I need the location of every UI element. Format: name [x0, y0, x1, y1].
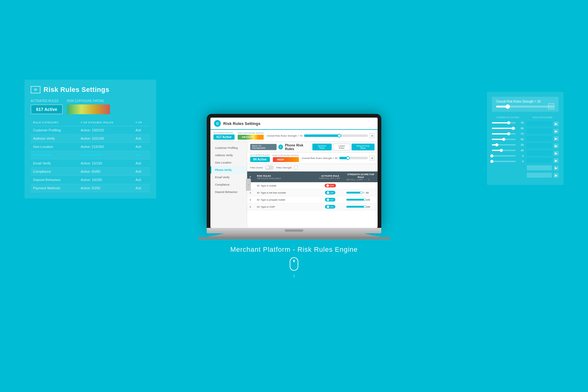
right-slider-track[interactable]	[492, 128, 516, 129]
col-risk-rules: RISK RULES 280 RULES AVAILABLE	[254, 172, 316, 182]
main-strength-track	[304, 134, 368, 137]
filter-active-toggle[interactable]	[265, 165, 274, 170]
sidebar-item-compliance[interactable]: Compliance	[210, 181, 247, 188]
score-slider[interactable]	[346, 199, 365, 201]
bg-row-category: Phone Verify	[31, 151, 78, 159]
laptop-notch	[285, 229, 303, 232]
right-exposure-bar	[527, 158, 552, 163]
sidebar-item-customer-profiling[interactable]: Customer Profiling	[210, 144, 247, 152]
second-risk-label: Risk Exposure Rating	[273, 154, 299, 156]
filter-strength-checkbox[interactable]	[294, 166, 298, 169]
second-strength-box: ⊞	[370, 156, 375, 160]
score-value: 80	[366, 191, 369, 194]
right-arrow-btn[interactable]: ▶	[554, 173, 559, 178]
risk-level-badge: MEDIUM	[238, 135, 264, 140]
laptop-screen-outer: Ω Risk Rules Settings Activated Rules 61…	[207, 114, 381, 228]
toggle-on[interactable]: ON	[325, 198, 335, 202]
rules-available: 280 RULES AVAILABLE	[257, 177, 314, 179]
right-exposure-bar	[527, 136, 552, 141]
right-slider-track[interactable]	[492, 161, 516, 162]
strength-box-icon: ⊞	[370, 133, 375, 138]
tab-dynamic-rules[interactable]: Dynamic Rules	[312, 144, 332, 150]
right-slider-track[interactable]	[492, 155, 516, 156]
right-slider-thumb	[500, 149, 503, 152]
tab-coded-rules[interactable]: Coded Rules	[333, 144, 350, 150]
bg-table-row[interactable]: Email Verify Active: 15/150 Acti	[31, 159, 150, 168]
main-strength-thumb[interactable]	[337, 134, 341, 138]
right-strength-row: 70	[492, 132, 524, 135]
sidebar-item-address-verify[interactable]: Address Verify	[210, 152, 247, 159]
right-arrow-btn[interactable]: ▶	[554, 136, 559, 141]
tab-buttons: Dynamic Rules Coded Rules Request Rule M…	[312, 144, 375, 150]
request-rule-btn[interactable]: Request Rule Made	[352, 144, 375, 150]
score-value: 100	[366, 205, 370, 208]
score-slider[interactable]	[346, 192, 365, 194]
overall-strength-title: Overall Risk Rules Strength = 20	[496, 100, 554, 103]
strength-all-controls: SET ALL: ● OFF ←→ 0	[346, 179, 375, 181]
right-row-value: 20	[518, 143, 524, 146]
bg-table-row[interactable]: Customer Profiling Active: 150/220 Acti	[31, 126, 150, 134]
filter-bar: Filter Active Filter Strength	[247, 164, 378, 172]
bg-row-extra: Acti	[133, 168, 150, 176]
second-strength-thumb[interactable]	[346, 156, 350, 160]
right-arrow-btn[interactable]: ▶	[554, 129, 559, 134]
right-slider-track[interactable]	[492, 122, 516, 123]
row-description: ID: Type is mobile	[254, 182, 316, 189]
toggle-off[interactable]: OFF	[325, 184, 336, 187]
right-arrow-btn[interactable]: ▶	[554, 151, 559, 156]
bg-row-extra: Acti	[133, 184, 150, 192]
bg-table-row[interactable]: Phone Verify Active: 84/280 Acti	[31, 151, 150, 159]
right-slider-track[interactable]	[492, 144, 516, 145]
sidebar-item-phone-verify[interactable]: Phone Verify	[210, 166, 247, 174]
filter-active-label: Filter Active	[250, 166, 263, 169]
strength-thumb[interactable]	[506, 104, 510, 109]
right-arrow-btn[interactable]: ▶	[554, 158, 559, 163]
right-exposure-row: ▶	[527, 136, 559, 141]
score-slider[interactable]	[346, 206, 365, 208]
rule-row: 1 ID: Type is mobile OFF	[247, 182, 378, 189]
toggle-circle	[326, 184, 329, 187]
right-row-value: 90	[518, 127, 524, 130]
back-to-dashboard-btn[interactable]: BACK TO DASHBOARD	[250, 144, 277, 150]
laptop-container: Ω Risk Rules Settings Activated Rules 61…	[207, 114, 381, 239]
right-row-value: 50	[518, 138, 524, 141]
bg-row-extra: Acti	[133, 176, 150, 184]
main-strength-fill	[304, 134, 339, 137]
bg-table-row[interactable]: Compliance Active: 65/80 Acti	[31, 168, 150, 176]
right-slider-thumb	[495, 143, 498, 146]
second-activated-label: Activated Rules	[250, 154, 270, 156]
toggle-circle	[327, 205, 329, 208]
sidebar-item-email-verify[interactable]: Email Verify	[210, 174, 247, 181]
risk-exposure-bar	[67, 104, 110, 114]
sidebar-item-deposit-behaviour[interactable]: Deposit Behaviour	[210, 188, 247, 196]
toggle-on[interactable]: ON	[325, 205, 335, 209]
bg-row-extra: Acti	[133, 126, 150, 134]
left-panel-title: Risk Rules Settings	[43, 86, 109, 94]
right-arrow-btn[interactable]: ▶	[554, 144, 559, 148]
bg-table-row[interactable]: Address Verify Active: 102/140 Acti	[31, 134, 150, 143]
right-exposure-bar	[527, 129, 552, 134]
score-value: 100	[366, 198, 370, 201]
right-row-value: 70	[518, 132, 524, 135]
row-toggle-cell: ON	[316, 196, 344, 203]
bg-row-category: Email Verify	[31, 159, 78, 168]
score-slider-fill	[346, 192, 361, 194]
score-slider-fill	[346, 199, 365, 201]
toggle-on[interactable]: ON	[325, 191, 335, 194]
sub-panel-header: BACK TO DASHBOARD ✆ Phone Risk Rules Dyn…	[247, 142, 378, 153]
right-slider-track[interactable]	[492, 150, 516, 151]
sidebar-item-geo-location[interactable]: Geo Location	[210, 159, 247, 166]
right-background-panel: Overall Risk Rules Strength = 20 STRENGT…	[487, 92, 564, 185]
right-slider-track[interactable]	[492, 133, 516, 134]
bg-table-row[interactable]: Deposit Behaviour Active: 10/250 Acti	[31, 176, 150, 184]
second-active-count: 84 Active	[250, 157, 270, 162]
mouse-icon	[290, 257, 298, 271]
bg-table-row[interactable]: Payment Methods Active: 0/250 Acti	[31, 184, 150, 192]
right-slider-thumb	[502, 138, 505, 141]
bg-table-row[interactable]: Geo Location Active: 219/350 Acti	[31, 143, 150, 151]
sidebar-toggle[interactable]: ‹	[246, 179, 251, 191]
right-arrow-btn[interactable]: ▶	[554, 166, 559, 170]
right-arrow-btn[interactable]: ▶	[554, 122, 559, 126]
bg-row-extra: Acti	[133, 159, 150, 168]
right-slider-track[interactable]	[492, 139, 516, 140]
